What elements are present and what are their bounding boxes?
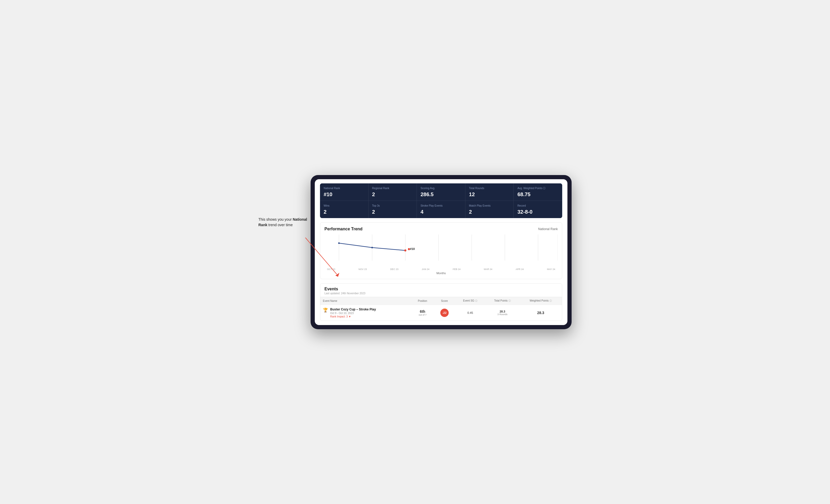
stat-value-record: 32-8-0 xyxy=(517,209,558,215)
info-icon-event-sg: ⓘ xyxy=(475,300,477,302)
stats-row-2: Wins 2 Top 3s 2 Stroke Play Events 4 M xyxy=(320,201,562,218)
perf-header: Performance Trend National Rank xyxy=(324,227,558,231)
col-position: Position xyxy=(411,297,434,305)
info-icon-total-points: ⓘ xyxy=(508,300,511,302)
col-total-points: Total Points ⓘ xyxy=(485,297,519,305)
event-sg-value: 0.45 xyxy=(468,311,473,314)
col-event-sg: Event SG ⓘ xyxy=(455,297,485,305)
stat-value-top3s: 2 xyxy=(372,209,413,215)
chart-x-label-mar24: MAR 24 xyxy=(484,268,492,271)
event-date: Oct 9 - Oct 10, 2023 xyxy=(330,312,376,314)
info-icon-weighted-points: ⓘ xyxy=(549,300,552,302)
stat-label-top3s: Top 3s xyxy=(372,204,413,207)
chart-x-label-feb24: FEB 24 xyxy=(453,268,460,271)
event-weighted-points: 28.3 xyxy=(537,311,544,315)
tablet-screen: National Rank #10 Regional Rank 2 Scorin… xyxy=(315,179,568,325)
event-trophy-icon: 🏆 xyxy=(323,308,328,312)
event-name: Buster Cozy Cup – Stroke Play xyxy=(330,308,376,311)
page-wrapper: This shows you your National Rank trend … xyxy=(258,175,572,329)
stat-label-regional-rank: Regional Rank xyxy=(372,187,413,190)
event-sg-cell: 0.45 xyxy=(455,305,485,321)
annotation: This shows you your National Rank trend … xyxy=(258,217,311,228)
stat-total-rounds: Total Rounds 12 xyxy=(466,183,514,201)
svg-point-10 xyxy=(338,242,340,244)
event-weighted-points-cell: 28.3 xyxy=(519,305,562,321)
chart-x-label-dec23: DEC 23 xyxy=(390,268,398,271)
event-rank-impact: Rank Impact: 3 ▼ xyxy=(330,315,376,318)
events-title: Events xyxy=(324,287,558,292)
stat-label-record: Record xyxy=(517,204,558,207)
stats-section: National Rank #10 Regional Rank 2 Scorin… xyxy=(320,183,562,218)
svg-point-11 xyxy=(372,247,373,248)
stat-top3s: Top 3s 2 xyxy=(369,201,417,218)
events-section: Events Last updated: 24th November 2023 … xyxy=(320,283,562,321)
stat-label-national-rank: National Rank xyxy=(324,187,364,190)
stat-label-match-play: Match Play Events xyxy=(469,204,510,207)
chart-svg: #10 xyxy=(324,235,558,266)
performance-section: Performance Trend National Rank xyxy=(320,222,562,279)
event-total-points-cell: 28.3 3 Rounds xyxy=(485,305,519,321)
chart-x-label-nov23: NOV 23 xyxy=(359,268,367,271)
chart-area: #10 xyxy=(324,235,558,266)
event-score-cell: -22 xyxy=(434,305,455,321)
svg-point-12 xyxy=(404,249,406,251)
tablet-frame: National Rank #10 Regional Rank 2 Scorin… xyxy=(311,175,572,329)
stat-value-match-play: 2 xyxy=(469,209,510,215)
chart-x-label-apr24: APR 24 xyxy=(515,268,523,271)
stat-avg-weighted: Avg. Weighted Points ⓘ 68.75 xyxy=(514,183,562,201)
event-total-points: 28.3 xyxy=(488,310,517,313)
stat-label-avg-weighted: Avg. Weighted Points ⓘ xyxy=(517,187,558,190)
col-weighted-points: Weighted Points ⓘ xyxy=(519,297,562,305)
stat-value-avg-weighted: 68.75 xyxy=(517,192,558,198)
stat-match-play: Match Play Events 2 xyxy=(466,201,514,218)
event-position: 6th xyxy=(414,309,432,313)
stat-stroke-play: Stroke Play Events 4 xyxy=(417,201,466,218)
stat-record: Record 32-8-0 xyxy=(514,201,562,218)
event-position-cell: 6th out of 7 xyxy=(411,305,434,321)
stats-row-1: National Rank #10 Regional Rank 2 Scorin… xyxy=(320,183,562,201)
stat-value-stroke-play: 4 xyxy=(420,209,461,215)
stat-value-wins: 2 xyxy=(324,209,364,215)
chart-x-label-may24: MAY 24 xyxy=(547,268,555,271)
stat-value-regional-rank: 2 xyxy=(372,192,413,198)
stat-regional-rank: Regional Rank 2 xyxy=(369,183,417,201)
events-updated: Last updated: 24th November 2023 xyxy=(324,292,558,295)
stat-value-national-rank: #10 xyxy=(324,192,364,198)
events-header: Events Last updated: 24th November 2023 xyxy=(320,283,562,297)
annotation-text-before: This shows you your xyxy=(258,217,293,222)
events-table: Event Name Position Score Event SG xyxy=(320,297,562,321)
stat-value-total-rounds: 12 xyxy=(469,192,510,198)
event-name-cell: 🏆 Buster Cozy Cup – Stroke Play Oct 9 - … xyxy=(320,305,411,321)
perf-title: Performance Trend xyxy=(324,227,362,231)
chart-x-axis-title: Months xyxy=(324,272,558,275)
content-area: National Rank #10 Regional Rank 2 Scorin… xyxy=(315,179,568,325)
stat-label-stroke-play: Stroke Play Events xyxy=(420,204,461,207)
stat-value-scoring-avg: 286.5 xyxy=(420,192,461,198)
events-table-header-row: Event Name Position Score Event SG xyxy=(320,297,562,305)
event-score-badge: -22 xyxy=(440,309,449,317)
rank-impact-arrow: ▼ xyxy=(348,315,351,318)
chart-x-label-jan24: JAN 24 xyxy=(422,268,429,271)
stat-label-total-rounds: Total Rounds xyxy=(469,187,510,190)
chart-x-labels: OCT 23 NOV 23 DEC 23 JAN 24 FEB 24 MAR 2… xyxy=(324,268,558,271)
svg-text:#10: #10 xyxy=(410,247,415,250)
stat-label-wins: Wins xyxy=(324,204,364,207)
stat-national-rank: National Rank #10 xyxy=(320,183,369,201)
stat-scoring-avg: Scoring Avg. 286.5 xyxy=(417,183,466,201)
col-event-name: Event Name xyxy=(320,297,411,305)
event-position-sub: out of 7 xyxy=(414,313,432,316)
svg-point-14 xyxy=(408,248,410,250)
perf-subtitle: National Rank xyxy=(538,227,558,231)
stat-label-scoring-avg: Scoring Avg. xyxy=(420,187,461,190)
annotation-text-after: trend over time xyxy=(267,223,293,227)
stat-wins: Wins 2 xyxy=(320,201,369,218)
info-icon-avg-weighted: ⓘ xyxy=(543,187,545,190)
col-score: Score xyxy=(434,297,455,305)
table-row: 🏆 Buster Cozy Cup – Stroke Play Oct 9 - … xyxy=(320,305,562,321)
event-total-points-sub: 3 Rounds xyxy=(488,313,517,316)
chart-x-label-oct23: OCT 23 xyxy=(327,268,335,271)
